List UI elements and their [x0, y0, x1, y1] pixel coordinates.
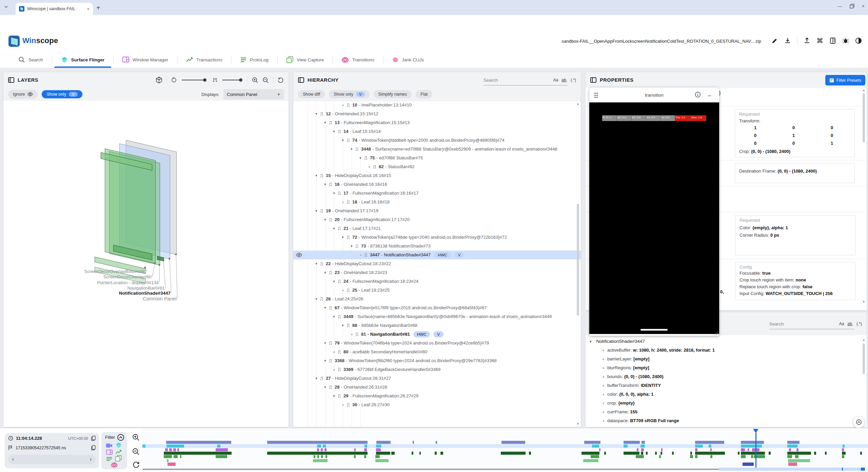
- filter-presets-button[interactable]: Filter Presets: [825, 75, 865, 85]
- tab-window-manager[interactable]: Window Manager: [114, 52, 177, 68]
- panel-collapse-icon[interactable]: [590, 77, 596, 83]
- view-capture-track-segment[interactable]: [375, 459, 389, 462]
- pin-icon[interactable]: [320, 374, 324, 383]
- protolog-trace-icon[interactable]: [106, 457, 112, 461]
- surface-flinger-track-segment[interactable]: [323, 445, 326, 448]
- copy-icon[interactable]: [91, 436, 96, 441]
- transitions-track-segment[interactable]: [788, 463, 797, 466]
- protolog-track-segment[interactable]: [751, 455, 753, 458]
- protolog-track-segment[interactable]: [842, 455, 844, 458]
- expand-arrow-icon[interactable]: ▼: [314, 206, 319, 215]
- layers-3d-canvas[interactable]: ScreenDecorOverlayBottom#61ScreenDecorOv…: [3, 101, 289, 427]
- transactions-track-segment[interactable]: [646, 452, 648, 455]
- window-manager-track-segment[interactable]: [165, 448, 168, 451]
- hierarchy-node-75[interactable]: ▼75-ed70f88 StatusBar#75: [293, 154, 581, 162]
- window-minimize-icon[interactable]: —: [837, 3, 842, 9]
- screen-recording-track-segment[interactable]: [376, 441, 391, 444]
- state-property-dataspace[interactable]: dataspace: BT709 sRGB Full range: [607, 418, 679, 423]
- ns-timestamp[interactable]: 1715339054227572545 ns: [16, 446, 66, 450]
- layer-label[interactable]: ScreenDecorOverlayBottom#61: [3, 269, 146, 274]
- timeline-zoom-in-icon[interactable]: [132, 434, 140, 441]
- hierarchy-node-3449[interactable]: ▼3449-Surface(name=885b63e NavigationBar…: [293, 312, 581, 321]
- surface-flinger-track-segment[interactable]: [217, 445, 220, 448]
- expand-arrow-icon[interactable]: ▼: [331, 392, 337, 400]
- window-manager-track-segment[interactable]: [741, 448, 745, 451]
- transactions-track-segment[interactable]: [738, 452, 739, 455]
- window-manager-track-segment[interactable]: [317, 448, 319, 451]
- surface-flinger-track-segment[interactable]: [843, 445, 845, 448]
- panel-collapse-icon[interactable]: [298, 77, 304, 83]
- transitions-track-segment[interactable]: [743, 463, 754, 466]
- pin-icon[interactable]: [355, 330, 359, 339]
- tab-close-icon[interactable]: ×: [87, 6, 90, 12]
- transactions-track-segment[interactable]: [624, 452, 639, 455]
- transactions-track-segment[interactable]: [660, 452, 662, 455]
- window-manager-track-segment[interactable]: [796, 448, 798, 451]
- expand-arrow-icon[interactable]: ▼: [322, 180, 328, 189]
- layer-label[interactable]: Common Panel: [3, 296, 177, 301]
- visibility-eye-icon[interactable]: [296, 252, 302, 258]
- pin-icon[interactable]: [346, 233, 350, 242]
- surface-flinger-track-segment[interactable]: [787, 445, 797, 448]
- window-manager-track-segment[interactable]: [324, 448, 327, 451]
- layer-label[interactable]: NavigationBar0#81: [3, 286, 165, 291]
- pin-icon[interactable]: [346, 101, 350, 110]
- pin-icon[interactable]: [329, 215, 333, 224]
- transactions-track-segment[interactable]: [435, 452, 437, 455]
- show-diff-chip[interactable]: Show diff: [298, 90, 325, 98]
- view-capture-track-segment[interactable]: [313, 459, 328, 462]
- pin-icon[interactable]: [337, 224, 341, 233]
- hierarchy-node-3447[interactable]: 3447-NotificationShade#3447HWCV: [293, 251, 581, 259]
- surface-flinger-track-segment[interactable]: [624, 445, 628, 448]
- screen-recording-track-segment[interactable]: [741, 441, 764, 444]
- expand-arrow-icon[interactable]: ▼: [322, 215, 328, 224]
- pin-icon[interactable]: [346, 136, 350, 145]
- ignore-chip[interactable]: Ignore: [8, 90, 38, 99]
- hierarchy-node-20[interactable]: ▼20-FullscreenMagnification:17:17#20: [293, 215, 581, 224]
- surface-flinger-trace-icon[interactable]: [116, 442, 122, 448]
- expand-arrow-icon[interactable]: ▼: [314, 295, 319, 303]
- reset-view-icon[interactable]: [277, 77, 284, 83]
- state-property-activeBuffer[interactable]: activeBuffer: w: 1080, h: 2400, stride: …: [607, 348, 715, 353]
- window-manager-track-segment[interactable]: [748, 448, 749, 451]
- expand-arrow-icon[interactable]: ▼: [331, 127, 337, 136]
- timeline-zoom-fit-icon[interactable]: [132, 461, 140, 468]
- screenshot-overlay-card[interactable]: transition _ P: 0 / 1dX: 0.0dY: 0.0Xv: 0…: [589, 87, 719, 336]
- screen-recording-trace-icon[interactable]: [106, 443, 113, 448]
- shortcuts-icon[interactable]: ⌘: [816, 37, 823, 45]
- state-property-bufferTransform[interactable]: bufferTransform: IDENTITY: [607, 383, 661, 388]
- hierarchy-node-16[interactable]: ▼16-OneHanded:16:16#16: [293, 180, 581, 189]
- match-word-icon[interactable]: ab,: [561, 78, 567, 82]
- window-manager-track-segment[interactable]: [641, 448, 644, 451]
- transactions-track-segment[interactable]: [825, 452, 827, 455]
- pin-icon[interactable]: [337, 127, 341, 136]
- regex-icon[interactable]: (.*): [856, 321, 862, 326]
- expand-arrow-icon[interactable]: ▼: [331, 312, 337, 321]
- expand-arrow-icon[interactable]: ▼: [340, 136, 346, 145]
- hierarchy-search-input[interactable]: Search: [484, 78, 548, 83]
- expand-arrow-icon[interactable]: ▼: [349, 242, 354, 251]
- expand-arrow-icon[interactable]: ▼: [331, 189, 337, 198]
- edit-icon[interactable]: [771, 37, 778, 44]
- hierarchy-node-27[interactable]: ▼27-HideDisplayCutout:26:31#27: [293, 374, 581, 383]
- transactions-track-segment[interactable]: [581, 452, 599, 455]
- hierarchy-scrollbar[interactable]: ▲ ▼: [576, 102, 580, 426]
- screen-recording-track-segment[interactable]: [501, 441, 525, 444]
- transactions-track-segment[interactable]: [814, 452, 816, 455]
- tab-search[interactable]: Search: [9, 52, 52, 68]
- transactions-track-segment[interactable]: [412, 452, 413, 455]
- transactions-track-segment[interactable]: [419, 452, 421, 455]
- expand-arrow-icon[interactable]: ▼: [322, 339, 328, 348]
- view-capture-track-segment[interactable]: [788, 459, 810, 462]
- drag-handle-icon[interactable]: [594, 92, 598, 98]
- dark-mode-icon[interactable]: [855, 37, 862, 44]
- spacing-slider[interactable]: [222, 78, 243, 82]
- expand-arrow-icon[interactable]: ▼: [322, 356, 328, 365]
- protolog-track-segment[interactable]: [591, 455, 599, 458]
- tab-surface-flinger[interactable]: Surface Flinger: [52, 52, 113, 68]
- timeline-tracks[interactable]: [142, 428, 868, 472]
- surface-flinger-track-segment[interactable]: [695, 445, 703, 448]
- pin-icon[interactable]: [329, 268, 333, 277]
- protolog-track-segment[interactable]: [741, 455, 746, 458]
- state-property-blurRegions[interactable]: blurRegions: [empty]: [607, 365, 649, 370]
